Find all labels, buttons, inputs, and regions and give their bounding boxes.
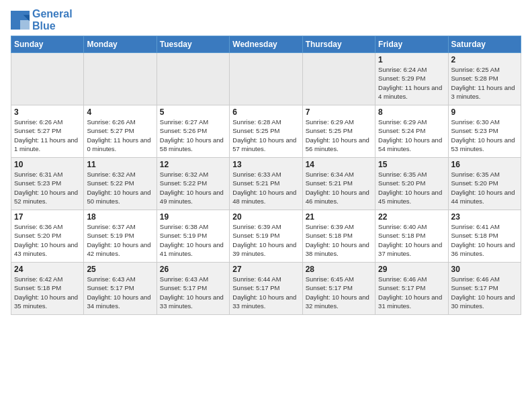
calendar-day-cell: 8Sunrise: 6:29 AM Sunset: 5:24 PM Daylig… bbox=[375, 105, 448, 158]
calendar-day-cell: 9Sunrise: 6:30 AM Sunset: 5:23 PM Daylig… bbox=[448, 105, 521, 158]
day-info: Sunrise: 6:29 AM Sunset: 5:25 PM Dayligh… bbox=[306, 118, 372, 153]
day-info: Sunrise: 6:35 AM Sunset: 5:20 PM Dayligh… bbox=[378, 170, 445, 205]
day-number: 4 bbox=[87, 107, 153, 117]
day-info: Sunrise: 6:32 AM Sunset: 5:22 PM Dayligh… bbox=[160, 170, 226, 205]
day-info: Sunrise: 6:43 AM Sunset: 5:17 PM Dayligh… bbox=[160, 275, 226, 310]
day-info: Sunrise: 6:27 AM Sunset: 5:26 PM Dayligh… bbox=[160, 118, 226, 153]
calendar-day-cell: 20Sunrise: 6:39 AM Sunset: 5:19 PM Dayli… bbox=[230, 210, 302, 263]
day-number: 11 bbox=[87, 160, 153, 169]
day-info: Sunrise: 6:31 AM Sunset: 5:23 PM Dayligh… bbox=[14, 170, 81, 205]
calendar-day-cell: 17Sunrise: 6:36 AM Sunset: 5:20 PM Dayli… bbox=[11, 210, 84, 263]
calendar-day-cell: 30Sunrise: 6:46 AM Sunset: 5:17 PM Dayli… bbox=[448, 263, 521, 315]
day-info: Sunrise: 6:29 AM Sunset: 5:24 PM Dayligh… bbox=[378, 118, 445, 153]
day-number: 1 bbox=[378, 55, 445, 64]
weekday-header: Tuesday bbox=[157, 36, 229, 53]
svg-rect-3 bbox=[20, 20, 30, 30]
header: General Blue bbox=[11, 8, 521, 32]
day-number: 24 bbox=[14, 265, 81, 274]
day-info: Sunrise: 6:26 AM Sunset: 5:27 PM Dayligh… bbox=[14, 118, 81, 153]
day-number: 6 bbox=[232, 107, 299, 117]
calendar-day-cell: 21Sunrise: 6:39 AM Sunset: 5:18 PM Dayli… bbox=[302, 210, 375, 263]
day-number: 12 bbox=[160, 160, 226, 169]
day-number: 3 bbox=[14, 107, 81, 117]
day-info: Sunrise: 6:26 AM Sunset: 5:27 PM Dayligh… bbox=[87, 118, 153, 153]
day-info: Sunrise: 6:30 AM Sunset: 5:23 PM Dayligh… bbox=[451, 118, 518, 153]
calendar-day-cell: 4Sunrise: 6:26 AM Sunset: 5:27 PM Daylig… bbox=[84, 105, 157, 158]
day-number: 14 bbox=[306, 160, 372, 169]
calendar-day-cell bbox=[84, 53, 157, 105]
day-number: 16 bbox=[451, 160, 518, 169]
calendar-day-cell bbox=[157, 53, 229, 105]
day-info: Sunrise: 6:36 AM Sunset: 5:20 PM Dayligh… bbox=[14, 222, 81, 258]
calendar-day-cell: 7Sunrise: 6:29 AM Sunset: 5:25 PM Daylig… bbox=[302, 105, 375, 158]
day-info: Sunrise: 6:43 AM Sunset: 5:17 PM Dayligh… bbox=[87, 275, 153, 310]
calendar-day-cell: 28Sunrise: 6:45 AM Sunset: 5:17 PM Dayli… bbox=[302, 263, 375, 315]
day-number: 7 bbox=[306, 107, 372, 117]
calendar-day-cell: 26Sunrise: 6:43 AM Sunset: 5:17 PM Dayli… bbox=[157, 263, 229, 315]
day-info: Sunrise: 6:46 AM Sunset: 5:17 PM Dayligh… bbox=[451, 275, 518, 310]
page-container: General Blue SundayMondayTuesdayWednesda… bbox=[0, 0, 532, 411]
day-info: Sunrise: 6:34 AM Sunset: 5:21 PM Dayligh… bbox=[306, 170, 372, 205]
day-info: Sunrise: 6:28 AM Sunset: 5:25 PM Dayligh… bbox=[232, 118, 299, 153]
calendar-day-cell: 10Sunrise: 6:31 AM Sunset: 5:23 PM Dayli… bbox=[11, 158, 84, 210]
calendar-day-cell: 3Sunrise: 6:26 AM Sunset: 5:27 PM Daylig… bbox=[11, 105, 84, 158]
calendar-week-row: 1Sunrise: 6:24 AM Sunset: 5:29 PM Daylig… bbox=[11, 53, 521, 105]
weekday-header: Sunday bbox=[11, 36, 84, 53]
calendar-week-row: 17Sunrise: 6:36 AM Sunset: 5:20 PM Dayli… bbox=[11, 210, 521, 263]
day-info: Sunrise: 6:40 AM Sunset: 5:18 PM Dayligh… bbox=[378, 222, 445, 258]
logo-icon bbox=[11, 11, 30, 30]
calendar-day-cell: 14Sunrise: 6:34 AM Sunset: 5:21 PM Dayli… bbox=[302, 158, 375, 210]
day-number: 8 bbox=[378, 107, 445, 117]
calendar-day-cell: 27Sunrise: 6:44 AM Sunset: 5:17 PM Dayli… bbox=[230, 263, 302, 315]
day-number: 2 bbox=[451, 55, 518, 64]
calendar-day-cell: 2Sunrise: 6:25 AM Sunset: 5:28 PM Daylig… bbox=[448, 53, 521, 105]
calendar-week-row: 3Sunrise: 6:26 AM Sunset: 5:27 PM Daylig… bbox=[11, 105, 521, 158]
calendar-day-cell bbox=[302, 53, 375, 105]
calendar-day-cell bbox=[230, 53, 302, 105]
day-info: Sunrise: 6:24 AM Sunset: 5:29 PM Dayligh… bbox=[378, 65, 445, 101]
calendar-day-cell: 25Sunrise: 6:43 AM Sunset: 5:17 PM Dayli… bbox=[84, 263, 157, 315]
day-number: 28 bbox=[306, 265, 372, 274]
day-info: Sunrise: 6:42 AM Sunset: 5:18 PM Dayligh… bbox=[14, 275, 81, 310]
day-number: 13 bbox=[232, 160, 299, 169]
svg-rect-0 bbox=[11, 11, 20, 20]
day-number: 30 bbox=[451, 265, 518, 274]
calendar-table: SundayMondayTuesdayWednesdayThursdayFrid… bbox=[11, 36, 521, 315]
day-number: 17 bbox=[14, 212, 81, 222]
calendar-day-cell: 15Sunrise: 6:35 AM Sunset: 5:20 PM Dayli… bbox=[375, 158, 448, 210]
day-number: 25 bbox=[87, 265, 153, 274]
calendar-day-cell: 22Sunrise: 6:40 AM Sunset: 5:18 PM Dayli… bbox=[375, 210, 448, 263]
calendar-week-row: 10Sunrise: 6:31 AM Sunset: 5:23 PM Dayli… bbox=[11, 158, 521, 210]
calendar-day-cell: 19Sunrise: 6:38 AM Sunset: 5:19 PM Dayli… bbox=[157, 210, 229, 263]
calendar-day-cell: 16Sunrise: 6:35 AM Sunset: 5:20 PM Dayli… bbox=[448, 158, 521, 210]
day-number: 18 bbox=[87, 212, 153, 222]
weekday-header: Thursday bbox=[302, 36, 375, 53]
calendar-day-cell: 6Sunrise: 6:28 AM Sunset: 5:25 PM Daylig… bbox=[230, 105, 302, 158]
day-info: Sunrise: 6:25 AM Sunset: 5:28 PM Dayligh… bbox=[451, 65, 518, 101]
logo-text: General Blue bbox=[32, 8, 73, 32]
day-number: 22 bbox=[378, 212, 445, 222]
weekday-header: Monday bbox=[84, 36, 157, 53]
svg-rect-2 bbox=[11, 20, 20, 30]
day-number: 27 bbox=[232, 265, 299, 274]
calendar-day-cell: 12Sunrise: 6:32 AM Sunset: 5:22 PM Dayli… bbox=[157, 158, 229, 210]
day-number: 20 bbox=[232, 212, 299, 222]
calendar-day-cell: 29Sunrise: 6:46 AM Sunset: 5:17 PM Dayli… bbox=[375, 263, 448, 315]
day-info: Sunrise: 6:44 AM Sunset: 5:17 PM Dayligh… bbox=[232, 275, 299, 310]
day-info: Sunrise: 6:32 AM Sunset: 5:22 PM Dayligh… bbox=[87, 170, 153, 205]
calendar-day-cell: 18Sunrise: 6:37 AM Sunset: 5:19 PM Dayli… bbox=[84, 210, 157, 263]
calendar-day-cell: 5Sunrise: 6:27 AM Sunset: 5:26 PM Daylig… bbox=[157, 105, 229, 158]
day-info: Sunrise: 6:37 AM Sunset: 5:19 PM Dayligh… bbox=[87, 222, 153, 258]
day-info: Sunrise: 6:46 AM Sunset: 5:17 PM Dayligh… bbox=[378, 275, 445, 310]
day-number: 26 bbox=[160, 265, 226, 274]
calendar-day-cell: 1Sunrise: 6:24 AM Sunset: 5:29 PM Daylig… bbox=[375, 53, 448, 105]
day-info: Sunrise: 6:38 AM Sunset: 5:19 PM Dayligh… bbox=[160, 222, 226, 258]
weekday-header: Friday bbox=[375, 36, 448, 53]
day-number: 19 bbox=[160, 212, 226, 222]
day-info: Sunrise: 6:39 AM Sunset: 5:18 PM Dayligh… bbox=[306, 222, 372, 258]
day-number: 15 bbox=[378, 160, 445, 169]
day-number: 21 bbox=[306, 212, 372, 222]
calendar-week-row: 24Sunrise: 6:42 AM Sunset: 5:18 PM Dayli… bbox=[11, 263, 521, 315]
day-info: Sunrise: 6:33 AM Sunset: 5:21 PM Dayligh… bbox=[232, 170, 299, 205]
day-info: Sunrise: 6:41 AM Sunset: 5:18 PM Dayligh… bbox=[451, 222, 518, 258]
